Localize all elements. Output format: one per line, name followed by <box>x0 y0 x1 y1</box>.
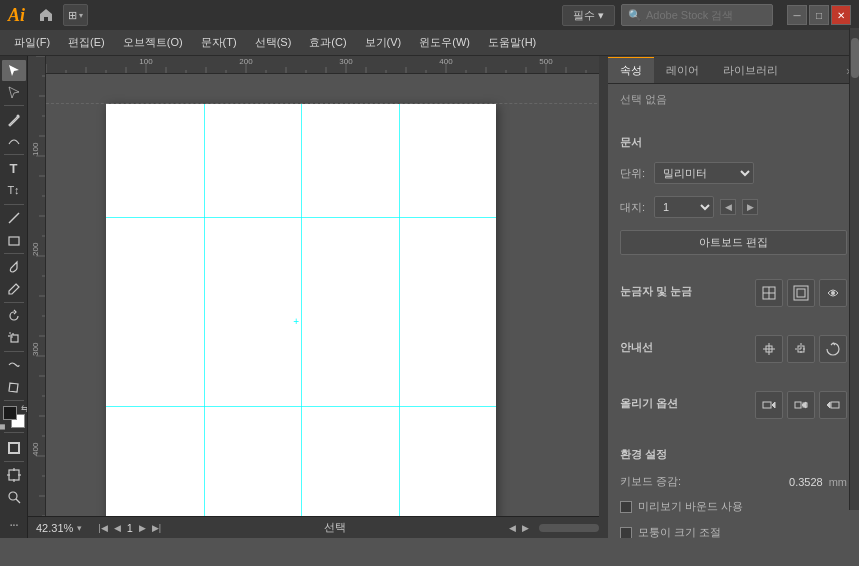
menu-window[interactable]: 윈도우(W) <box>411 32 478 53</box>
nav-last-button[interactable]: ▶| <box>150 523 163 533</box>
page-prev-button[interactable]: ◀ <box>720 199 736 215</box>
rotate-tool[interactable] <box>2 306 26 327</box>
artboard-edit-button[interactable]: 아트보드 편집 <box>620 230 847 255</box>
svg-rect-28 <box>763 402 771 408</box>
rect-tool[interactable] <box>2 229 26 250</box>
direct-selection-tool[interactable] <box>2 82 26 103</box>
page-nav: |◀ ◀ 1 ▶ ▶| <box>96 522 163 534</box>
snap-icon-2[interactable] <box>787 279 815 307</box>
scroll-thumb[interactable] <box>851 56 859 78</box>
guides-row: 안내선 <box>620 335 847 363</box>
guide-h1 <box>106 217 496 218</box>
home-button[interactable] <box>35 4 57 26</box>
free-transform-tool[interactable] <box>2 377 26 398</box>
slice-icon-1[interactable] <box>755 391 783 419</box>
svg-rect-9 <box>9 470 19 480</box>
pen-tool[interactable] <box>2 109 26 130</box>
close-button[interactable]: ✕ <box>831 5 851 25</box>
guide-icon-1[interactable] <box>755 335 783 363</box>
tab-libraries[interactable]: 라이브러리 <box>711 57 790 83</box>
essential-button[interactable]: 필수 ▾ <box>562 5 615 26</box>
stroke-color-btn[interactable] <box>4 438 24 458</box>
more-tools[interactable]: ··· <box>2 513 26 534</box>
zoom-tool[interactable] <box>2 487 26 508</box>
preview-bounds-checkbox[interactable] <box>620 501 632 513</box>
slice-icons <box>755 391 847 419</box>
svg-point-21 <box>831 291 835 295</box>
scale-corners-checkbox[interactable] <box>620 527 632 539</box>
svg-rect-19 <box>794 286 808 300</box>
panel-content: 선택 없음 문서 단위: 밀리미터 픽셀 인치 포인트 대지: 1 <box>608 84 859 538</box>
slice-icon-2[interactable] <box>787 391 815 419</box>
artboard-container[interactable]: + <box>46 74 607 516</box>
menu-object[interactable]: 오브젝트(O) <box>115 32 191 53</box>
page-next-button[interactable]: ▶ <box>742 199 758 215</box>
layout-switcher[interactable]: ⊞ ▾ <box>63 4 88 26</box>
default-colors-icon[interactable]: ◼ <box>0 422 6 431</box>
left-toolbar: T T↕ <box>0 56 28 538</box>
scale-tool[interactable] <box>2 328 26 349</box>
doc-section-header: 문서 <box>620 135 847 150</box>
guide-icon-3[interactable] <box>819 335 847 363</box>
svg-rect-2 <box>9 237 19 245</box>
main-layout: T T↕ <box>0 56 859 538</box>
snap-icon-3[interactable] <box>819 279 847 307</box>
page-number: 1 <box>125 522 135 534</box>
right-panel: 속성 레이어 라이브러리 » 선택 없음 문서 단위: 밀리미터 픽셀 인치 포… <box>607 56 859 538</box>
tab-properties[interactable]: 속성 <box>608 57 654 83</box>
menu-select[interactable]: 선택(S) <box>247 32 300 53</box>
menu-edit[interactable]: 편집(E) <box>60 32 113 53</box>
menu-view[interactable]: 보기(V) <box>357 32 410 53</box>
swap-colors-icon[interactable]: ⇆ <box>21 403 29 413</box>
tab-layers[interactable]: 레이어 <box>654 57 711 83</box>
warp-tool[interactable] <box>2 355 26 376</box>
paintbrush-tool[interactable] <box>2 257 26 278</box>
scrollbar-horizontal[interactable] <box>539 524 599 532</box>
svg-rect-3 <box>11 335 18 342</box>
zoom-value: 42.31% <box>36 522 73 534</box>
snap-icon-1[interactable] <box>755 279 783 307</box>
layout-arrow: ▾ <box>79 11 83 20</box>
guide-v2 <box>301 104 302 516</box>
nav-next-button[interactable]: ▶ <box>137 523 148 533</box>
fill-none-btn[interactable] <box>0 438 2 458</box>
foreground-color[interactable] <box>3 406 17 420</box>
nav-prev-button[interactable]: ◀ <box>112 523 123 533</box>
panel-tabs: 속성 레이어 라이브러리 » <box>608 56 859 84</box>
minimize-button[interactable]: ─ <box>787 5 807 25</box>
env-section-header: 환경 설정 <box>620 447 847 462</box>
pencil-tool[interactable] <box>2 278 26 299</box>
artboard-tool[interactable] <box>2 465 26 486</box>
status-arrow-right[interactable]: ▶ <box>520 523 531 533</box>
selection-tool[interactable] <box>2 60 26 81</box>
menu-type[interactable]: 문자(T) <box>193 32 245 53</box>
foreground-background-colors[interactable]: ⇆ ◼ <box>3 406 25 428</box>
touch-type-tool[interactable]: T↕ <box>2 180 26 201</box>
page-select[interactable]: 1 <box>654 196 714 218</box>
title-bar: Ai ⊞ ▾ 필수 ▾ 🔍 ─ □ ✕ <box>0 0 859 30</box>
zoom-dropdown[interactable]: ▾ <box>75 523 84 533</box>
cb2-row: 모퉁이 크기 조절 <box>620 525 847 538</box>
unit-select[interactable]: 밀리미터 픽셀 인치 포인트 <box>654 162 754 184</box>
type-tool[interactable]: T <box>2 158 26 179</box>
curvature-tool[interactable] <box>2 131 26 152</box>
line-tool[interactable] <box>2 208 26 229</box>
essential-label: 필수 ▾ <box>573 8 604 23</box>
menu-help[interactable]: 도움말(H) <box>480 32 544 53</box>
svg-rect-20 <box>797 289 805 297</box>
cb1-label: 미리보기 바운드 사용 <box>638 499 743 514</box>
layout-icon: ⊞ <box>68 9 77 22</box>
search-input[interactable] <box>646 9 766 21</box>
right-scrollbar[interactable] <box>849 56 859 510</box>
snap-icons <box>755 279 847 307</box>
ruler-top <box>46 56 607 74</box>
menu-file[interactable]: 파일(F) <box>6 32 58 53</box>
maximize-button[interactable]: □ <box>809 5 829 25</box>
artboard: + <box>106 104 496 516</box>
menu-effect[interactable]: 효과(C) <box>301 32 354 53</box>
guide-icon-2[interactable] <box>787 335 815 363</box>
canvas-area[interactable]: + 42.31% ▾ |◀ ◀ 1 ▶ ▶| 선택 ◀ ▶ <box>28 56 607 538</box>
nav-first-button[interactable]: |◀ <box>96 523 109 533</box>
status-arrow-left[interactable]: ◀ <box>507 523 518 533</box>
slice-icon-3[interactable] <box>819 391 847 419</box>
